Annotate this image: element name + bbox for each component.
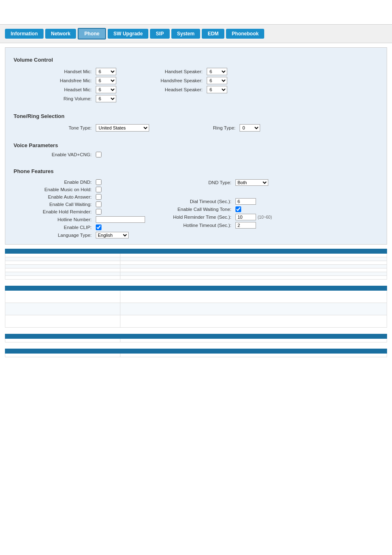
table1-header-col1 (5, 249, 120, 254)
tone-type-row: Tone Type: United States (22, 124, 149, 132)
table-4 (5, 349, 387, 357)
headset-speaker-row: Headset Speaker: 612 (133, 86, 227, 93)
enable-clip-label: Enable CLIP: (22, 225, 96, 230)
bottom-section (5, 249, 387, 357)
hotline-number-row: Hotline Number: (22, 216, 145, 223)
enable-clip-row: Enable CLIP: (22, 224, 145, 230)
ring-volume-row: Ring Volume: 612 (22, 95, 116, 102)
ring-volume-select[interactable]: 612 (96, 95, 116, 102)
vad-cng-row: Enable VAD+CNG: (22, 152, 378, 157)
music-hold-checkbox[interactable] (96, 187, 101, 192)
phone-features-title: Phone Features (14, 168, 378, 174)
table-row (5, 291, 387, 303)
table3-header-col1 (5, 334, 120, 339)
hotline-number-input[interactable] (96, 216, 145, 223)
handsfree-speaker-label: Handsfree Speaker: (133, 78, 207, 83)
tab-sw-upgrade[interactable]: SW Upgrade (108, 29, 148, 39)
table-2 (5, 286, 387, 328)
table-3 (5, 334, 387, 342)
dnd-type-row: DND Type: Both (161, 179, 272, 186)
headset-speaker-label: Headset Speaker: (133, 87, 207, 92)
tab-network[interactable]: Network (45, 29, 76, 39)
music-hold-row: Enable Music on Hold: (22, 187, 145, 192)
hold-reminder-time-input[interactable] (235, 214, 256, 220)
hotline-timeout-row: Hotline Timeout (Sec.): (161, 222, 272, 229)
table-row (5, 276, 387, 280)
table-row (5, 268, 387, 272)
table1-header-col2 (120, 249, 387, 254)
handset-speaker-label: Handset Speaker: (133, 69, 207, 74)
hold-reminder-checkbox[interactable] (96, 209, 101, 215)
hold-reminder-time-label: Hold Reminder Time (Sec.): (161, 215, 235, 220)
vad-cng-checkbox[interactable] (96, 152, 101, 157)
handsfree-mic-select[interactable]: 612 (96, 77, 116, 84)
headset-mic-select[interactable]: 612 (96, 86, 116, 93)
dnd-type-label: DND Type: (161, 180, 235, 185)
tab-sip[interactable]: SIP (150, 29, 169, 39)
phone-features-left: Enable DND: Enable Music on Hold: Enable… (22, 178, 145, 240)
handset-speaker-select[interactable]: 612 (207, 68, 227, 75)
call-waiting-tone-checkbox[interactable] (235, 206, 241, 212)
phone-features-right: DND Type: Both Dial Timeout (Sec.): Enab… (161, 178, 272, 240)
table-row (5, 303, 387, 315)
volume-right-col: Handset Speaker: 612 Handsfree Speaker: … (133, 66, 227, 104)
handsfree-mic-label: Handsfree Mic: (22, 78, 96, 83)
dial-timeout-input[interactable] (235, 198, 256, 205)
language-type-select[interactable]: English (96, 232, 129, 238)
dnd-type-select[interactable]: Both (235, 179, 268, 186)
ring-type-select[interactable]: 012 (240, 124, 260, 132)
ring-volume-label: Ring Volume: (22, 96, 96, 101)
handset-mic-row: Handset Mic: 61234578 (22, 68, 116, 75)
hold-reminder-time-row: Hold Reminder Time (Sec.): (10~60) (161, 214, 272, 220)
handset-speaker-row: Handset Speaker: 612 (133, 68, 227, 75)
main-content: Volume Control Handset Mic: 61234578 Han… (5, 47, 387, 245)
top-bar (0, 0, 392, 25)
dial-timeout-label: Dial Timeout (Sec.): (161, 199, 235, 204)
table4-header-col2 (120, 349, 387, 354)
auto-answer-checkbox[interactable] (96, 194, 101, 200)
table-row (5, 257, 387, 261)
call-waiting-checkbox[interactable] (96, 201, 101, 207)
tone-ring-title: Tone/Ring Selection (14, 113, 378, 119)
call-waiting-row: Enable Call Waiting: (22, 201, 145, 207)
table-row (5, 354, 387, 357)
hotline-timeout-label: Hotline Timeout (Sec.): (161, 223, 235, 228)
handset-mic-label: Handset Mic: (22, 69, 96, 74)
table-row (5, 265, 387, 268)
tab-information[interactable]: Information (5, 29, 44, 39)
headset-speaker-select[interactable]: 612 (207, 86, 227, 93)
enable-dnd-checkbox[interactable] (96, 179, 101, 185)
tab-phone[interactable]: Phone (78, 28, 106, 39)
table-1 (5, 249, 387, 280)
hold-reminder-row: Enable Hold Reminder: (22, 209, 145, 215)
enable-clip-checkbox[interactable] (96, 224, 101, 230)
tone-type-select[interactable]: United States (96, 124, 149, 132)
hold-reminder-note: (10~60) (258, 215, 272, 220)
table-row (5, 254, 387, 257)
table2-header-col2 (120, 286, 387, 291)
table2-header-col1 (5, 286, 120, 291)
empty-row-1 (161, 187, 272, 197)
volume-left-col: Handset Mic: 61234578 Handsfree Mic: 612… (22, 66, 116, 104)
table-row (5, 272, 387, 276)
language-type-label: Language Type: (22, 233, 96, 238)
auto-answer-label: Enable Auto Answer: (22, 194, 96, 199)
headset-mic-row: Headset Mic: 612 (22, 86, 116, 93)
volume-control-title: Volume Control (14, 57, 378, 63)
tab-edm[interactable]: EDM (202, 29, 224, 39)
table-row (5, 261, 387, 265)
hotline-timeout-input[interactable] (235, 222, 256, 229)
handsfree-speaker-select[interactable]: 612 (207, 77, 227, 84)
handset-mic-select[interactable]: 61234578 (96, 68, 116, 75)
vad-cng-label: Enable VAD+CNG: (22, 152, 96, 157)
music-hold-label: Enable Music on Hold: (22, 187, 96, 192)
tab-phonebook[interactable]: Phonebook (226, 29, 264, 39)
table3-header-col2 (120, 334, 387, 339)
voice-params-title: Voice Parameters (14, 142, 378, 148)
table4-header-col1 (5, 349, 120, 354)
hold-reminder-label: Enable Hold Reminder: (22, 209, 96, 214)
tab-system[interactable]: System (171, 29, 201, 39)
auto-answer-row: Enable Auto Answer: (22, 194, 145, 200)
call-waiting-tone-row: Enable Call Waiting Tone: (161, 206, 272, 212)
enable-dnd-row: Enable DND: (22, 179, 145, 185)
